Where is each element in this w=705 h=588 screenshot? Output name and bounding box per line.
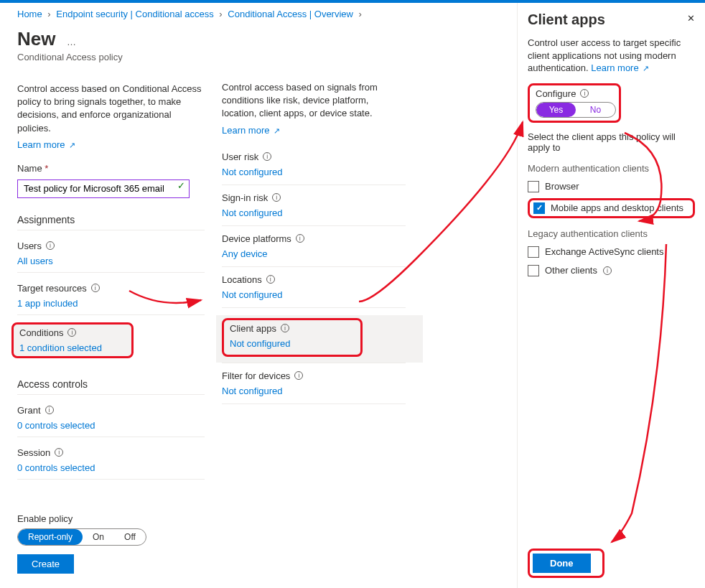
- toggle-yes[interactable]: Yes: [536, 103, 576, 117]
- locations-value[interactable]: Not configured: [222, 289, 406, 302]
- grant-label: Grant: [17, 405, 41, 416]
- toggle-on[interactable]: On: [83, 529, 114, 545]
- panel-description: Control user access to target specific c…: [528, 37, 695, 75]
- chevron-right-icon: ›: [219, 9, 222, 19]
- external-link-icon: ↗: [643, 64, 649, 73]
- learn-more-link[interactable]: Learn more ↗: [591, 62, 649, 73]
- close-icon[interactable]: ✕: [687, 13, 695, 24]
- filter-devices-label: Filter for devices: [222, 370, 290, 381]
- conditions-description: Control access based on signals from con…: [222, 81, 406, 121]
- panel-title: Client apps: [528, 11, 695, 28]
- session-value[interactable]: 0 controls selected: [17, 462, 205, 480]
- breadcrumb-conditional-access[interactable]: Conditional Access | Overview: [228, 9, 353, 19]
- info-icon[interactable]: i: [91, 284, 100, 292]
- other-clients-label: Other clients: [545, 265, 597, 276]
- info-icon[interactable]: i: [296, 234, 304, 243]
- info-icon[interactable]: i: [67, 328, 76, 337]
- mobile-apps-label: Mobile apps and desktop clients: [551, 202, 683, 213]
- select-apps-text: Select the client apps this policy will …: [528, 131, 695, 153]
- info-icon[interactable]: i: [263, 152, 271, 161]
- checkbox-checked-icon[interactable]: ✓: [533, 202, 545, 214]
- learn-more-link[interactable]: Learn more ↗: [222, 125, 280, 136]
- user-risk-label: User risk: [222, 151, 258, 162]
- toggle-off[interactable]: Off: [114, 529, 146, 545]
- users-label: Users: [17, 241, 42, 251]
- device-platforms-label: Device platforms: [222, 233, 291, 244]
- page-title: New: [17, 28, 55, 50]
- conditions-value[interactable]: 1 condition selected: [19, 342, 126, 353]
- check-icon: ✓: [177, 180, 185, 191]
- exchange-checkbox-row[interactable]: Exchange ActiveSync clients: [528, 246, 695, 258]
- external-link-icon: ↗: [69, 141, 75, 149]
- info-icon[interactable]: i: [603, 266, 612, 275]
- policy-description: Control access based on Conditional Acce…: [17, 83, 205, 135]
- access-controls-heading: Access controls: [17, 378, 205, 395]
- breadcrumb-endpoint-security[interactable]: Endpoint security | Conditional access: [56, 9, 213, 19]
- conditions-label: Conditions: [19, 327, 63, 338]
- browser-label: Browser: [545, 181, 579, 192]
- enable-policy-toggle[interactable]: Report-only On Off: [17, 528, 146, 546]
- other-clients-checkbox-row[interactable]: Other clients i: [528, 265, 695, 276]
- legacy-auth-heading: Legacy authentication clients: [528, 228, 695, 239]
- configure-toggle[interactable]: Yes No: [536, 102, 616, 118]
- configure-label: Configure: [536, 88, 576, 99]
- checkbox-icon[interactable]: [528, 265, 539, 276]
- create-button[interactable]: Create: [17, 554, 74, 574]
- info-icon[interactable]: i: [46, 241, 55, 250]
- info-icon[interactable]: i: [45, 406, 54, 414]
- name-label: Name: [17, 163, 48, 174]
- info-icon[interactable]: i: [294, 371, 303, 380]
- conditions-row[interactable]: Conditionsi 1 condition selected: [11, 322, 134, 358]
- info-icon[interactable]: i: [266, 275, 275, 284]
- more-icon[interactable]: …: [67, 37, 76, 47]
- page-subtitle: Conditional Access policy: [17, 52, 205, 62]
- modern-auth-heading: Modern authentication clients: [528, 163, 695, 174]
- locations-label: Locations: [222, 274, 262, 285]
- checkbox-icon[interactable]: [528, 246, 539, 258]
- exchange-label: Exchange ActiveSync clients: [545, 246, 663, 257]
- enable-policy-label: Enable policy: [17, 513, 497, 524]
- done-button[interactable]: Done: [533, 554, 591, 573]
- user-risk-value[interactable]: Not configured: [222, 167, 406, 179]
- grant-value[interactable]: 0 controls selected: [17, 420, 205, 437]
- client-apps-value[interactable]: Not configured: [230, 338, 355, 349]
- checkbox-icon[interactable]: [528, 181, 539, 192]
- info-icon[interactable]: i: [281, 324, 289, 332]
- external-link-icon: ↗: [274, 126, 280, 135]
- client-apps-panel: Client apps ✕ Control user access to tar…: [517, 3, 705, 588]
- target-resources-value[interactable]: 1 app included: [17, 298, 205, 315]
- mobile-apps-checkbox-row[interactable]: ✓ Mobile apps and desktop clients: [533, 202, 689, 214]
- session-label: Session: [17, 447, 50, 458]
- toggle-no[interactable]: No: [576, 103, 615, 117]
- info-icon[interactable]: i: [580, 89, 589, 98]
- filter-devices-value[interactable]: Not configured: [222, 386, 406, 398]
- assignments-heading: Assignments: [17, 214, 205, 230]
- target-resources-label: Target resources: [17, 283, 87, 294]
- chevron-right-icon: ›: [47, 9, 50, 19]
- signin-risk-value[interactable]: Not configured: [222, 207, 406, 220]
- policy-name-input[interactable]: [17, 179, 190, 198]
- browser-checkbox-row[interactable]: Browser: [528, 181, 695, 192]
- learn-more-link[interactable]: Learn more ↗: [17, 139, 75, 150]
- info-icon[interactable]: i: [272, 193, 281, 202]
- toggle-report-only[interactable]: Report-only: [18, 529, 83, 545]
- device-platforms-value[interactable]: Any device: [222, 248, 406, 261]
- info-icon[interactable]: i: [55, 448, 63, 457]
- breadcrumb-home[interactable]: Home: [17, 9, 42, 19]
- chevron-right-icon: ›: [359, 9, 362, 19]
- signin-risk-label: Sign-in risk: [222, 192, 268, 203]
- users-value[interactable]: All users: [17, 256, 205, 273]
- client-apps-label: Client apps: [230, 323, 276, 334]
